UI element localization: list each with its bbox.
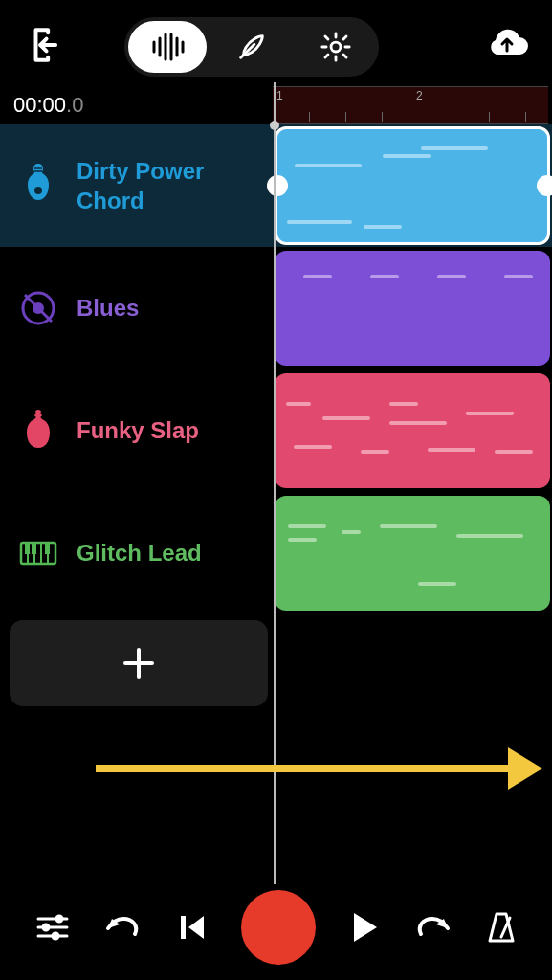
- audio-clip[interactable]: [275, 251, 550, 366]
- svg-point-33: [53, 933, 58, 939]
- audio-clip[interactable]: [275, 496, 550, 611]
- ruler[interactable]: 1 2: [273, 86, 548, 124]
- undo-button[interactable]: [104, 913, 143, 942]
- svg-point-29: [56, 916, 62, 922]
- svg-point-7: [331, 42, 341, 52]
- svg-line-13: [25, 295, 52, 322]
- audio-clip[interactable]: [275, 373, 550, 488]
- clip-handle-right[interactable]: [537, 175, 552, 196]
- track-label: Funky Slap: [67, 415, 249, 445]
- record-button[interactable]: [241, 890, 316, 965]
- svg-point-16: [33, 416, 36, 419]
- timecode-frac: .0: [66, 93, 83, 117]
- gear-icon: [320, 31, 352, 63]
- sliders-icon: [34, 911, 71, 944]
- instrument-icon-bass: [10, 408, 67, 454]
- ruler-marker: 2: [416, 89, 423, 102]
- svg-point-8: [34, 187, 42, 194]
- tab-soundwave[interactable]: [128, 21, 207, 73]
- clip-handle-left[interactable]: [267, 175, 288, 196]
- top-toolbar: [0, 0, 552, 86]
- bass-icon: [24, 408, 53, 454]
- metronome-icon: [485, 910, 518, 945]
- mode-tabs: [124, 17, 379, 77]
- svg-point-14: [33, 412, 36, 415]
- undo-icon: [104, 913, 143, 942]
- svg-rect-24: [32, 543, 36, 554]
- audio-clip[interactable]: [275, 126, 550, 245]
- svg-point-31: [43, 924, 49, 930]
- playhead-handle[interactable]: [270, 121, 279, 130]
- instrument-icon-drums: [10, 289, 67, 327]
- timecode-display: 00:00.0: [0, 93, 83, 118]
- tracks-container: Dirty Power Chord Blues: [0, 124, 552, 706]
- cloud-upload-icon: [485, 28, 529, 62]
- skip-back-button[interactable]: [177, 912, 208, 943]
- track-row[interactable]: Blues: [0, 247, 552, 369]
- tab-lyrics[interactable]: [212, 21, 291, 73]
- drums-icon: [19, 289, 57, 327]
- exit-button[interactable]: [23, 23, 67, 71]
- track-row[interactable]: Funky Slap: [0, 369, 552, 492]
- timeline-header: 00:00.0 1 2: [0, 86, 552, 124]
- play-button[interactable]: [350, 911, 379, 944]
- svg-rect-25: [45, 543, 50, 554]
- soundwave-icon: [148, 33, 187, 61]
- annotation-arrow: [96, 754, 542, 783]
- redo-button[interactable]: [413, 913, 452, 942]
- exit-icon: [27, 27, 63, 63]
- mixer-button[interactable]: [34, 911, 71, 944]
- transport-bar: [0, 890, 552, 965]
- instrument-icon-keys: [10, 539, 67, 568]
- svg-rect-23: [25, 543, 30, 554]
- track-row[interactable]: Dirty Power Chord: [0, 124, 552, 247]
- metronome-button[interactable]: [485, 910, 518, 945]
- track-row[interactable]: Glitch Lead: [0, 492, 552, 614]
- ruler-marker: 1: [276, 89, 283, 102]
- tab-settings[interactable]: [297, 21, 375, 73]
- play-icon: [350, 911, 379, 944]
- track-label: Glitch Lead: [67, 538, 249, 568]
- redo-icon: [413, 913, 452, 942]
- plus-icon: [121, 646, 156, 680]
- svg-rect-34: [181, 916, 186, 939]
- keyboard-icon: [19, 539, 57, 568]
- track-label: Dirty Power Chord: [67, 156, 249, 215]
- svg-point-17: [41, 416, 44, 419]
- guitar-icon: [22, 162, 55, 210]
- add-track-button[interactable]: [10, 620, 268, 706]
- feather-icon: [235, 31, 268, 63]
- timecode-main: 00:00: [13, 93, 66, 117]
- track-label: Blues: [67, 293, 249, 323]
- svg-point-15: [41, 412, 44, 415]
- skip-back-icon: [177, 912, 208, 943]
- upload-button[interactable]: [485, 28, 529, 66]
- instrument-icon-guitar: [10, 162, 67, 210]
